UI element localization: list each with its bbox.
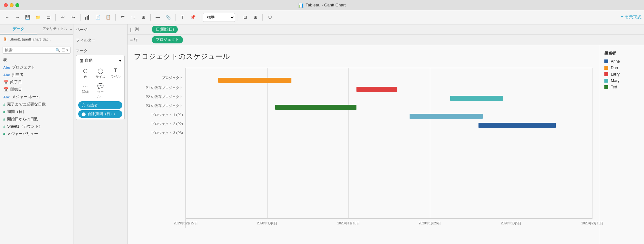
mark-card: ⊞ 自動 ▾ ⬡ 色 ◯ サイズ T ラベル bbox=[76, 55, 125, 120]
close-button[interactable] bbox=[4, 3, 8, 7]
fit-view-button[interactable]: ⊡ bbox=[241, 13, 250, 22]
marks-label: マーク bbox=[76, 49, 88, 53]
field-measure-value[interactable]: # メジャーバリュー bbox=[0, 130, 73, 138]
mark-size-button[interactable]: ◯ サイズ bbox=[93, 67, 107, 80]
gantt-bar-5[interactable] bbox=[478, 123, 556, 128]
field-owner[interactable]: Abc 担当者 bbox=[0, 71, 73, 78]
svg-rect-1 bbox=[87, 16, 88, 20]
gantt-bar-3[interactable] bbox=[275, 105, 357, 110]
rows-label: ≡ 行 bbox=[130, 37, 149, 42]
columns-icon: ||| bbox=[130, 27, 134, 32]
show-me-button[interactable]: ⊞ bbox=[139, 13, 148, 22]
fix-view-icon: ⊞ bbox=[254, 15, 257, 20]
legend-item-mary: Mary bbox=[604, 78, 639, 83]
columns-field-pill[interactable]: 日(開始日) bbox=[152, 26, 178, 33]
field-start-date[interactable]: 📅 開始日 bbox=[0, 86, 73, 93]
view-dropdown[interactable]: 標準 bbox=[203, 13, 235, 22]
gantt-row-label-4: プロジェクト 2 (P2) bbox=[134, 119, 185, 128]
show-me-icon: ⊞ bbox=[142, 15, 145, 20]
field-days-to-complete[interactable]: # 完了までに必要な日数 bbox=[0, 101, 73, 108]
chart-title-text: プロジェクトのスケジュール bbox=[134, 52, 230, 60]
search-input[interactable] bbox=[5, 48, 54, 52]
field-end-date[interactable]: 📅 終了日 bbox=[0, 78, 73, 86]
field-project[interactable]: Abc プロジェクト bbox=[0, 64, 73, 71]
swap-button[interactable]: ⇄ bbox=[118, 13, 127, 22]
legend-label-larry: Larry bbox=[611, 72, 620, 77]
pin-button[interactable]: 📌 bbox=[188, 13, 197, 22]
rows-label-text: 行 bbox=[134, 37, 138, 42]
format-button[interactable]: ≡ 表示形式 bbox=[621, 14, 641, 20]
maximize-button[interactable] bbox=[15, 3, 19, 7]
redo-button[interactable]: ↪ bbox=[69, 13, 78, 22]
gantt-row-label-2: P3 の依存プロジェクト bbox=[134, 101, 185, 110]
fit-view-icon: ⊡ bbox=[243, 15, 247, 20]
data-source-button[interactable]: 🗃 bbox=[44, 13, 53, 22]
rows-field-pill[interactable]: プロジェクト bbox=[152, 36, 183, 43]
mark-size-label: サイズ bbox=[96, 75, 105, 79]
nav-back-button[interactable]: ← bbox=[3, 13, 12, 22]
mark-color-button[interactable]: ⬡ 色 bbox=[78, 67, 92, 80]
filters-label: フィルター bbox=[76, 38, 95, 42]
chart-type-button[interactable] bbox=[83, 13, 92, 22]
legend-item-larry: Larry bbox=[604, 72, 639, 77]
sort-asc-button[interactable]: ↑↓ bbox=[128, 13, 137, 22]
field-days-from-start[interactable]: # 開始日からの日数 bbox=[0, 115, 73, 123]
save-button[interactable]: 💾 bbox=[23, 13, 32, 22]
gantt-bar-row-1 bbox=[186, 85, 592, 94]
title-text: Tableau - Gantt Chart bbox=[306, 3, 346, 7]
field-measure-name[interactable]: Abc メジャー ネーム bbox=[0, 93, 73, 101]
filters-section: フィルター bbox=[76, 38, 125, 44]
app-icon: 📊 bbox=[298, 3, 304, 8]
field-count[interactable]: # Sheet1（カウント） bbox=[0, 123, 73, 130]
pages-label: ページ bbox=[76, 27, 88, 32]
nav-forward-button[interactable]: → bbox=[13, 13, 22, 22]
mark-tooltip-button[interactable]: 💬 ツール... bbox=[93, 82, 107, 100]
color-pill[interactable]: ⬡ 担当者 bbox=[78, 101, 122, 109]
size-pill-label: 合計(期間（日）) bbox=[88, 112, 115, 116]
minimize-button[interactable] bbox=[10, 3, 14, 7]
tab-data-label: データ bbox=[13, 27, 24, 31]
legend-item-dan: Dan bbox=[604, 66, 639, 70]
row-label-text-5: プロジェクト 3 (P3) bbox=[151, 131, 183, 135]
marks-section: マーク ⊞ 自動 ▾ ⬡ 色 ◯ サイズ bbox=[76, 48, 125, 120]
gantt-bar-0[interactable] bbox=[218, 78, 291, 83]
tab-data[interactable]: データ bbox=[0, 24, 37, 34]
sep4 bbox=[150, 14, 151, 21]
mark-type-dropdown[interactable]: ⊞ 自動 ▾ bbox=[78, 57, 122, 64]
datasource-label: Sheet1 (gantt_chart_dat... bbox=[10, 37, 51, 41]
field-duration[interactable]: # 期間（日） bbox=[0, 108, 73, 115]
legend-color-anne bbox=[604, 59, 608, 63]
shelves: ||| 列 日(開始日) ≡ 行 プロジェクト bbox=[128, 24, 644, 45]
copy-button[interactable]: 📋 bbox=[104, 13, 113, 22]
field-type-hash4: # bbox=[3, 125, 5, 129]
field-type-cal: 📅 bbox=[3, 80, 8, 85]
tab-analytics[interactable]: アナリティクス ▾ bbox=[37, 24, 73, 34]
legend-panel: 担当者 AnneDanLarryMaryTed bbox=[599, 45, 644, 244]
row-label-text-3: プロジェクト 1 (P1) bbox=[151, 113, 183, 117]
mark-label-button[interactable]: T ラベル bbox=[109, 67, 122, 80]
gantt-bar-1[interactable] bbox=[356, 87, 397, 92]
columns-field-label: 日(開始日) bbox=[156, 27, 174, 32]
new-sheet-button[interactable]: 📄 bbox=[93, 13, 102, 22]
size-pill[interactable]: ⬤ 合計(期間（日）) bbox=[78, 110, 122, 118]
fit-button[interactable]: — bbox=[153, 13, 162, 22]
text-button[interactable]: T bbox=[178, 13, 187, 22]
format-label: 表示形式 bbox=[625, 14, 641, 20]
gantt-bar-2[interactable] bbox=[450, 96, 503, 101]
fix-view-button[interactable]: ⊞ bbox=[251, 13, 260, 22]
forward-icon: → bbox=[15, 15, 20, 20]
legend-item-ted: Ted bbox=[604, 85, 639, 89]
copy-icon: 📋 bbox=[106, 15, 111, 20]
mark-detail-button[interactable]: ⋯ 詳細 bbox=[78, 82, 92, 100]
sep1 bbox=[55, 14, 56, 21]
gantt-chart: 2019年12月27日2020年1月6日2020年1月16日2020年1月26日… bbox=[185, 68, 592, 228]
color-pill-label: 担当者 bbox=[87, 103, 98, 108]
legend-label-ted: Ted bbox=[611, 85, 617, 89]
legend-color-ted bbox=[604, 85, 608, 89]
share-button[interactable]: ⬡ bbox=[265, 13, 274, 22]
add-data-button[interactable]: 📁 bbox=[33, 13, 43, 22]
undo-button[interactable]: ↩ bbox=[58, 13, 67, 22]
attach-button[interactable]: 📎 bbox=[164, 13, 173, 22]
datasource-item[interactable]: 🗄 Sheet1 (gantt_chart_dat... bbox=[0, 35, 73, 44]
gantt-bar-4[interactable] bbox=[410, 114, 483, 119]
